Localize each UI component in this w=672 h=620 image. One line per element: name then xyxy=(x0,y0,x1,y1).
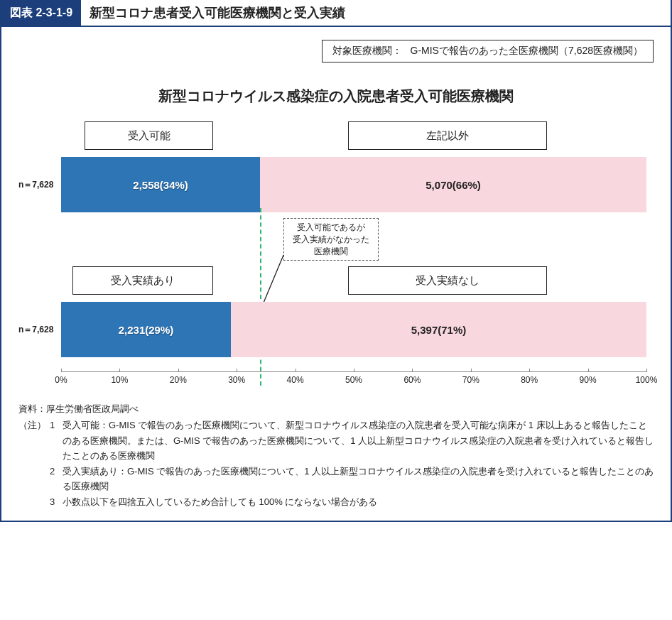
axis-tick xyxy=(178,369,179,372)
annotation-line1: 受入可能であるが xyxy=(293,222,369,234)
axis-tick-label: 80% xyxy=(521,375,538,385)
axis-tick-label: 70% xyxy=(462,375,479,385)
axis-tick-label: 10% xyxy=(111,375,128,385)
note-text: 小数点以下を四捨五入しているため合計しても 100% にならない場合がある xyxy=(63,494,654,509)
annotation-line2: 受入実績がなかった xyxy=(293,234,369,246)
axis-tick xyxy=(354,369,354,372)
bar-1-seg-left-value: 2,558(34%) xyxy=(133,179,188,191)
axis-tick-label: 0% xyxy=(55,375,67,385)
legend-right-2: 受入実績なし xyxy=(348,266,547,295)
axis-tick-label: 60% xyxy=(403,375,421,385)
bar-2-seg-right-value: 5,397(71%) xyxy=(411,324,467,336)
figure-body: 対象医療機関： G-MISで報告のあった全医療機関（7,628医療機関） 新型コ… xyxy=(1,27,671,521)
axis-tick xyxy=(119,369,120,372)
x-axis: 0%10%20%30%40%50%60%70%80%90%100% xyxy=(61,371,646,391)
annotation-zone: 受入可能であるが 受入実績がなかった 医療機関 xyxy=(61,212,646,266)
figure-header: 図表 2-3-1-9 新型コロナ患者受入可能医療機関と受入実績 xyxy=(1,0,671,27)
data-source: 資料：厚生労働省医政局調べ xyxy=(18,401,654,416)
reference-line-icon xyxy=(260,208,261,386)
axis-tick xyxy=(237,369,237,372)
axis-tick-label: 90% xyxy=(580,375,597,385)
axis-tick xyxy=(529,369,530,372)
annotation-box: 受入可能であるが 受入実績がなかった 医療機関 xyxy=(283,218,379,261)
axis-tick-label: 30% xyxy=(228,375,245,385)
note-number: 3 xyxy=(50,494,63,509)
legend-left-1-text: 受入可能 xyxy=(128,129,170,143)
axis-tick xyxy=(646,369,647,372)
legend-right-1-text: 左記以外 xyxy=(426,129,469,143)
scope-box: 対象医療機関： G-MISで報告のあった全医療機関（7,628医療機関） xyxy=(322,40,654,62)
note-label xyxy=(18,464,50,494)
chart-area: 新型コロナウイルス感染症の入院患者受入可能医療機関 受入可能 左記以外 n＝7,… xyxy=(18,75,654,509)
scope-value: G-MISで報告のあった全医療機関（7,628医療機関） xyxy=(411,45,643,56)
note-number: 1 xyxy=(50,418,63,463)
legend-left-2-text: 受入実績あり xyxy=(111,274,175,288)
axis-tick xyxy=(588,369,589,372)
bar-2-seg-left-value: 2,231(29%) xyxy=(119,324,174,336)
figure-number: 図表 2-3-1-9 xyxy=(1,0,81,26)
axis-tick xyxy=(471,369,472,372)
figure-title: 新型コロナ患者受入可能医療機関と受入実績 xyxy=(81,0,671,26)
bar-row-1: n＝7,628 2,558(34%) 5,070(66%) xyxy=(61,157,646,212)
n-label-2: n＝7,628 xyxy=(18,324,53,336)
bar-2-seg-left: 2,231(29%) xyxy=(61,302,231,357)
legend-left-1: 受入可能 xyxy=(85,121,213,150)
note-label: （注） xyxy=(18,418,50,463)
figure-container: 図表 2-3-1-9 新型コロナ患者受入可能医療機関と受入実績 対象医療機関： … xyxy=(0,0,672,522)
legend-left-2: 受入実績あり xyxy=(72,266,213,295)
legend-right-1: 左記以外 xyxy=(348,121,547,150)
axis-tick xyxy=(412,369,413,372)
axis-tick-label: 50% xyxy=(345,375,362,385)
bar-row-2: n＝7,628 2,231(29%) 5,397(71%) xyxy=(61,302,646,357)
bar-1-seg-right-value: 5,070(66%) xyxy=(426,179,481,191)
footnotes: 資料：厚生労働省医政局調べ （注）1受入可能：G-MIS で報告のあった医療機関… xyxy=(18,401,654,509)
axis-tick xyxy=(61,369,62,372)
legend-right-2-text: 受入実績なし xyxy=(416,274,479,288)
bar-1-seg-left: 2,558(34%) xyxy=(61,157,260,212)
bar-1-seg-right: 5,070(66%) xyxy=(260,157,646,212)
axis-tick-label: 100% xyxy=(636,375,658,385)
legend-row-2: 受入実績あり 受入実績なし xyxy=(61,266,646,295)
chart-title: 新型コロナウイルス感染症の入院患者受入可能医療機関 xyxy=(18,87,654,106)
n-label-1: n＝7,628 xyxy=(18,179,53,191)
note-text: 受入実績あり：G-MIS で報告のあった医療機関について、1 人以上新型コロナウ… xyxy=(63,464,654,494)
plot-area: 受入可能 左記以外 n＝7,628 2,558(34%) 5,070(66%) xyxy=(61,121,646,391)
note-label xyxy=(18,494,50,509)
scope-label: 対象医療機関： xyxy=(332,45,402,56)
bar-2-seg-right: 5,397(71%) xyxy=(231,302,646,357)
axis-tick-label: 20% xyxy=(170,375,187,385)
annotation-line3: 医療機関 xyxy=(293,246,369,258)
note-number: 2 xyxy=(50,464,63,494)
axis-tick-label: 40% xyxy=(287,375,304,385)
legend-row-1: 受入可能 左記以外 xyxy=(61,121,646,150)
axis-tick xyxy=(296,369,296,372)
note-text: 受入可能：G-MIS で報告のあった医療機関について、新型コロナウイルス感染症の… xyxy=(63,418,654,463)
